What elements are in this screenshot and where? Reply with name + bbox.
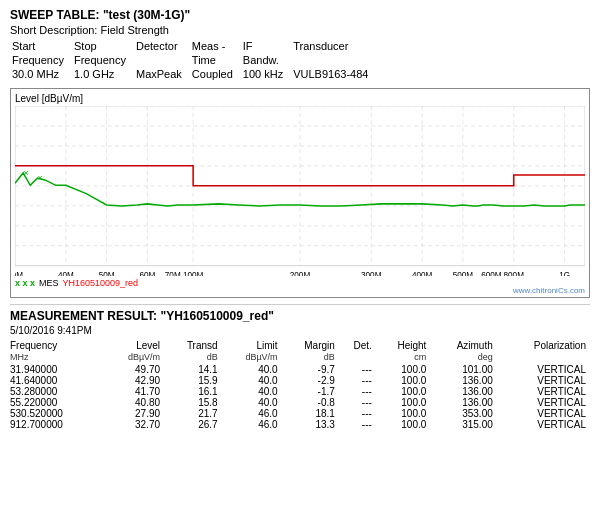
svg-text:300M: 300M (361, 271, 382, 276)
val-if: 100 kHz (243, 68, 291, 80)
svg-text:60M: 60M (139, 271, 155, 276)
table-row: 53.28000041.7016.140.0-1.7---100.0136.00… (10, 386, 590, 397)
table-cell-1-1: 42.90 (104, 375, 164, 386)
val-stop: 1.0 GHz (74, 68, 134, 80)
col-header-limit: Limit (222, 340, 282, 352)
svg-text:50M: 50M (99, 271, 115, 276)
svg-text:600M: 600M (481, 271, 502, 276)
col-start-unit: Frequency (12, 54, 72, 66)
svg-text:1G: 1G (559, 271, 570, 276)
chart-svg: 80 70 60 50 40 30 20 10 × × 30M (15, 106, 585, 276)
table-cell-0-3: 40.0 (222, 364, 282, 375)
unit-level: dBµV/m (104, 352, 164, 364)
col-stop-label: Stop (74, 40, 134, 52)
table-row: 55.22000040.8015.840.0-0.8---100.0136.00… (10, 397, 590, 408)
table-cell-2-3: 40.0 (222, 386, 282, 397)
table-cell-4-2: 21.7 (164, 408, 222, 419)
table-cell-0-1: 49.70 (104, 364, 164, 375)
sweep-table-title: SWEEP TABLE: "test (30M-1G)" (10, 8, 590, 22)
table-cell-0-4: -9.7 (282, 364, 339, 375)
table-cell-5-8: VERTICAL (497, 419, 590, 430)
svg-text:×: × (23, 168, 28, 178)
legend-x-marker: x x x (15, 278, 35, 288)
val-detector: MaxPeak (136, 68, 190, 80)
col-header-transd: Transd (164, 340, 222, 352)
table-cell-5-7: 315.00 (430, 419, 496, 430)
svg-text:200M: 200M (290, 271, 311, 276)
svg-text:70M: 70M (165, 271, 181, 276)
sweep-table-info: Short Description: Field Strength (10, 24, 590, 36)
svg-text:100M: 100M (183, 271, 204, 276)
legend-mes-label: MES (39, 278, 59, 288)
table-cell-0-5: --- (339, 364, 376, 375)
legend-series-label: YH160510009_red (63, 278, 139, 288)
measurement-date: 5/10/2016 9:41PM (10, 325, 590, 336)
col-transducer-unit (293, 54, 376, 66)
col-start-label: Start (12, 40, 72, 52)
col-detector-label: Detector (136, 40, 190, 52)
table-cell-4-5: --- (339, 408, 376, 419)
page: SWEEP TABLE: "test (30M-1G)" Short Descr… (0, 0, 600, 438)
val-transducer: VULB9163-484 (293, 68, 376, 80)
table-cell-3-8: VERTICAL (497, 397, 590, 408)
table-cell-4-0: 530.520000 (10, 408, 104, 419)
table-cell-1-5: --- (339, 375, 376, 386)
val-meas: Coupled (192, 68, 241, 80)
svg-text:500M: 500M (453, 271, 474, 276)
description-value: Field Strength (101, 24, 169, 36)
table-cell-2-8: VERTICAL (497, 386, 590, 397)
col-header-level: Level (104, 340, 164, 352)
table-cell-1-7: 136.00 (430, 375, 496, 386)
table-cell-3-4: -0.8 (282, 397, 339, 408)
col-detector-unit (136, 54, 190, 66)
col-header-azimuth: Azimuth (430, 340, 496, 352)
unit-height: cm (376, 352, 430, 364)
table-cell-0-2: 14.1 (164, 364, 222, 375)
svg-text:400M: 400M (412, 271, 433, 276)
table-cell-2-1: 41.70 (104, 386, 164, 397)
table-row: 41.64000042.9015.940.0-2.9---100.0136.00… (10, 375, 590, 386)
table-cell-0-8: VERTICAL (497, 364, 590, 375)
col-header-det: Det. (339, 340, 376, 352)
table-unit-row: MHz dBµV/m dB dBµV/m dB cm deg (10, 352, 590, 364)
table-cell-1-2: 15.9 (164, 375, 222, 386)
table-cell-4-1: 27.90 (104, 408, 164, 419)
table-cell-0-7: 101.00 (430, 364, 496, 375)
svg-text:30M: 30M (15, 271, 23, 276)
table-row: 31.94000049.7014.140.0-9.7---100.0101.00… (10, 364, 590, 375)
svg-text:800M: 800M (504, 271, 525, 276)
table-cell-0-6: 100.0 (376, 364, 430, 375)
table-cell-3-6: 100.0 (376, 397, 430, 408)
table-cell-2-5: --- (339, 386, 376, 397)
unit-transd: dB (164, 352, 222, 364)
table-cell-3-1: 40.80 (104, 397, 164, 408)
table-cell-4-3: 46.0 (222, 408, 282, 419)
measurement-header: MEASUREMENT RESULT: "YH160510009_red" (10, 309, 590, 323)
table-cell-2-7: 136.00 (430, 386, 496, 397)
col-stop-unit: Frequency (74, 54, 134, 66)
table-cell-1-4: -2.9 (282, 375, 339, 386)
table-cell-5-6: 100.0 (376, 419, 430, 430)
svg-text:40M: 40M (58, 271, 74, 276)
table-cell-1-8: VERTICAL (497, 375, 590, 386)
table-cell-3-0: 55.220000 (10, 397, 104, 408)
svg-text:×: × (37, 173, 42, 183)
unit-frequency: MHz (10, 352, 104, 364)
table-cell-3-2: 15.8 (164, 397, 222, 408)
table-cell-4-6: 100.0 (376, 408, 430, 419)
table-cell-1-6: 100.0 (376, 375, 430, 386)
col-header-margin: Margin (282, 340, 339, 352)
col-header-polarization: Polarization (497, 340, 590, 352)
table-cell-1-3: 40.0 (222, 375, 282, 386)
col-if-label: IF (243, 40, 291, 52)
chart-y-label: Level [dBµV/m] (15, 93, 585, 104)
table-cell-4-7: 353.00 (430, 408, 496, 419)
description-label: Short Description: (10, 24, 97, 36)
unit-det (339, 352, 376, 364)
table-header-row: Frequency Level Transd Limit Margin Det.… (10, 340, 590, 352)
col-transducer-label: Transducer (293, 40, 376, 52)
watermark: www.chitroniCs.com (513, 286, 585, 295)
table-cell-3-7: 136.00 (430, 397, 496, 408)
table-row: 530.52000027.9021.746.018.1---100.0353.0… (10, 408, 590, 419)
chart-legend: x x x MES YH160510009_red (15, 278, 585, 288)
